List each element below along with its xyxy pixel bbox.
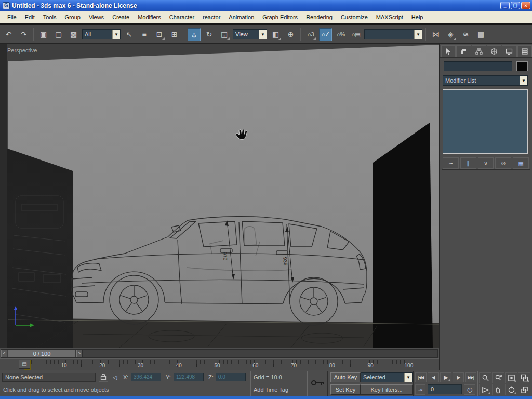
select-object-button[interactable]: ↖: [123, 28, 136, 41]
time-step-back-button[interactable]: <: [1, 350, 7, 357]
minimize-button[interactable]: _: [500, 2, 510, 9]
configure-modifier-sets-button[interactable]: ▦: [513, 157, 529, 169]
current-frame-field[interactable]: 0: [428, 384, 462, 394]
menu-item[interactable]: Group: [60, 12, 85, 22]
select-and-manipulate-button[interactable]: ⊕: [284, 28, 297, 41]
named-selection-sets-dropdown[interactable]: ▼: [364, 29, 422, 39]
y-coordinate-field[interactable]: 122.498: [174, 373, 204, 381]
close-button[interactable]: ×: [521, 2, 530, 9]
select-and-link-button[interactable]: ▣: [37, 28, 50, 41]
spinner-snap-toggle-button[interactable]: ∩▤: [349, 28, 362, 41]
key-mode-dropdown[interactable]: Selected ▼: [361, 372, 413, 382]
zoom-extents-all-button[interactable]: [518, 372, 530, 383]
align-button[interactable]: ◈: [444, 28, 457, 41]
auto-key-button[interactable]: Auto Key: [330, 372, 361, 382]
menu-item[interactable]: File: [3, 12, 21, 22]
selection-lock-button[interactable]: [99, 373, 108, 382]
dropdown-arrow-icon[interactable]: ▼: [112, 30, 120, 39]
track-bar[interactable]: 102030405060708090100 0: [0, 358, 439, 370]
pan-view-button[interactable]: [492, 384, 504, 395]
field-of-view-button[interactable]: [479, 384, 491, 395]
menu-item[interactable]: reactor: [198, 12, 224, 22]
set-key-button[interactable]: Set Key: [330, 384, 361, 395]
menu-item[interactable]: Help: [407, 12, 428, 22]
restore-button[interactable]: ❐: [511, 2, 520, 9]
add-time-tag[interactable]: Add Time Tag: [254, 387, 288, 393]
menu-item[interactable]: Animation: [224, 12, 258, 22]
menu-item[interactable]: Views: [85, 12, 108, 22]
z-coordinate-field[interactable]: 0.0: [216, 373, 246, 381]
unlink-selection-button[interactable]: ▢: [52, 28, 65, 41]
x-coordinate-field[interactable]: 396.424: [131, 373, 161, 381]
mirror-button[interactable]: ⋈: [429, 28, 442, 41]
go-to-end-button[interactable]: ▶▶|: [465, 372, 476, 382]
tab-hierarchy[interactable]: [472, 45, 486, 57]
pin-stack-button[interactable]: ╼: [443, 157, 459, 169]
snap-toggle-3d-button[interactable]: ∩3: [304, 28, 317, 41]
select-by-name-button[interactable]: ≡: [138, 28, 151, 41]
percent-snap-toggle-button[interactable]: ∩%: [334, 28, 347, 41]
zoom-button[interactable]: [479, 372, 491, 383]
use-center-button[interactable]: ◧: [269, 28, 282, 41]
time-configuration-button[interactable]: ◷: [464, 384, 475, 395]
zoom-extents-button[interactable]: [505, 372, 517, 383]
play-animation-button[interactable]: ▶: [440, 372, 451, 382]
menu-item[interactable]: Customize: [337, 12, 372, 22]
select-and-scale-button[interactable]: ◱: [218, 28, 231, 41]
tab-utilities[interactable]: [517, 45, 532, 57]
time-step-forward-button[interactable]: >: [76, 350, 83, 357]
menu-item[interactable]: Rendering: [302, 12, 337, 22]
window-crossing-button[interactable]: ⊞: [168, 28, 181, 41]
menu-item[interactable]: Create: [108, 12, 134, 22]
set-keys-button[interactable]: [310, 374, 326, 393]
menu-item[interactable]: Character: [165, 12, 198, 22]
selection-filter-dropdown[interactable]: All ▼: [82, 29, 121, 39]
undo-button[interactable]: ↶: [2, 28, 15, 41]
zoom-all-button[interactable]: [492, 372, 504, 383]
modifier-list-dropdown[interactable]: Modifier List ▼: [443, 75, 528, 86]
arc-rotate-button[interactable]: [505, 384, 517, 395]
next-frame-button[interactable]: |▶: [453, 372, 464, 382]
menu-item[interactable]: MAXScript: [372, 12, 407, 22]
perspective-viewport[interactable]: 970 936 Perspective: [0, 44, 439, 348]
previous-frame-button[interactable]: ◀|: [428, 372, 439, 382]
remove-modifier-button[interactable]: ⊘: [495, 157, 511, 169]
go-to-start-button[interactable]: |◀◀: [415, 372, 427, 382]
tab-display[interactable]: [502, 45, 516, 57]
open-mini-curve-editor-button[interactable]: ▤: [19, 360, 30, 369]
menu-item[interactable]: Edit: [21, 12, 39, 22]
time-slider[interactable]: < 0 / 100 >: [0, 348, 439, 358]
menu-item[interactable]: Modifiers: [134, 12, 165, 22]
angle-snap-toggle-button[interactable]: ∩∠: [319, 28, 332, 41]
dropdown-arrow-icon[interactable]: ▼: [414, 30, 422, 39]
title-bar[interactable]: G Untitled - 3ds max 6 - Stand-alone Lic…: [0, 0, 532, 11]
dropdown-arrow-icon[interactable]: ▼: [520, 76, 527, 85]
object-color-swatch[interactable]: [516, 61, 528, 71]
menu-item[interactable]: Graph Editors: [258, 12, 302, 22]
tab-modify[interactable]: [456, 45, 471, 57]
redo-button[interactable]: ↷: [17, 28, 30, 41]
key-filters-button[interactable]: Key Filters...: [361, 384, 413, 395]
layer-manager-button[interactable]: ≋: [459, 28, 472, 41]
curve-editor-button[interactable]: ▤: [474, 28, 487, 41]
selection-region-button[interactable]: ⊡: [153, 28, 166, 41]
min-max-toggle-button[interactable]: [518, 384, 530, 395]
time-slider-handle[interactable]: 0 / 100: [8, 350, 76, 357]
reference-coordinate-dropdown[interactable]: View ▼: [233, 29, 267, 39]
time-slider-track[interactable]: < 0 / 100 >: [1, 349, 438, 358]
tab-motion[interactable]: [487, 45, 501, 57]
absolute-offset-toggle-button[interactable]: ◁: [110, 373, 119, 382]
dropdown-arrow-icon[interactable]: ▼: [404, 373, 412, 382]
menu-item[interactable]: Tools: [39, 12, 61, 22]
dropdown-arrow-icon[interactable]: ▼: [259, 30, 267, 39]
show-end-result-button[interactable]: ∥: [460, 157, 476, 169]
select-and-rotate-button[interactable]: ↻: [203, 28, 216, 41]
bind-to-spacewarp-button[interactable]: ▩: [67, 28, 80, 41]
tab-create[interactable]: [441, 45, 456, 57]
key-mode-toggle-button[interactable]: ⇥: [415, 384, 425, 395]
select-and-move-button[interactable]: ↔ ↕: [188, 28, 201, 41]
modifier-stack-list[interactable]: [443, 89, 528, 154]
viewport-label[interactable]: Perspective: [7, 47, 37, 54]
make-unique-button[interactable]: ∨: [478, 157, 494, 169]
object-name-field[interactable]: [444, 61, 512, 71]
